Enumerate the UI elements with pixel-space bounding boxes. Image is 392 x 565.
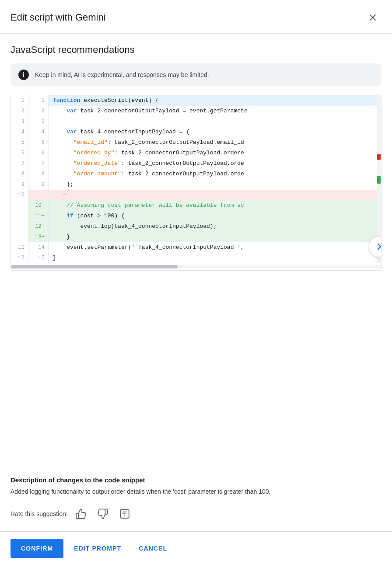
code-line-added: event.log(task_4_connectorInputPayload); — [49, 221, 377, 232]
horizontal-scrollbar[interactable] — [11, 265, 381, 269]
info-icon: i — [18, 70, 29, 80]
code-line: "order_amount": task_2_connectorOutputPa… — [49, 169, 377, 179]
dialog-body: JavaScript recommendations i Keep in min… — [0, 34, 392, 469]
cancel-button[interactable]: CANCEL — [132, 539, 174, 558]
thumbs-down-button[interactable] — [94, 505, 112, 523]
edit-prompt-button[interactable]: EDIT PROMPT — [67, 539, 128, 558]
info-banner: i Keep in mind, AI is experimental, and … — [10, 63, 382, 86]
scrollbar-thumb — [11, 265, 178, 269]
flag-button[interactable] — [116, 505, 133, 523]
dialog-title: Edit script with Gemini — [10, 12, 106, 23]
flag-icon — [119, 508, 130, 520]
rating-section: Rate this suggestion: — [0, 496, 392, 531]
dialog: Edit script with Gemini JavaScript recom… — [0, 0, 392, 565]
code-container: 1 2 3 4 5 6 7 8 9 10 11 — [10, 95, 382, 271]
description-section: Description of changes to the code snipp… — [0, 469, 392, 496]
close-icon — [368, 12, 378, 23]
thumbs-up-button[interactable] — [72, 505, 90, 523]
line-numbers-right: 1 2 3 4 5 6 7 8 9 10+ 11+ 12+ 13+ — [28, 95, 49, 263]
description-title: Description of changes to the code snipp… — [10, 476, 382, 484]
code-area-wrapper: 1 2 3 4 5 6 7 8 9 10 11 — [10, 95, 382, 271]
code-line: var task_4_connectorInputPayload = { — [49, 127, 377, 137]
code-line-added: } — [49, 232, 377, 242]
description-text: Added logging functionality to output or… — [10, 487, 382, 496]
scrollbar-added-indicator — [377, 176, 381, 184]
code-line-removed: — — [49, 190, 377, 200]
code-line: var task_2_connectorOutputPayload = even… — [49, 106, 377, 116]
code-diff: 1 2 3 4 5 6 7 8 9 10 11 — [11, 95, 381, 263]
code-line: } — [49, 253, 377, 263]
dialog-header: Edit script with Gemini — [0, 0, 392, 34]
code-line: }; — [49, 179, 377, 190]
chevron-right-icon — [375, 242, 382, 251]
line-numbers-left: 1 2 3 4 5 6 7 8 9 10 11 — [11, 95, 28, 263]
code-line — [49, 116, 377, 127]
confirm-button[interactable]: CONFIRM — [10, 539, 63, 558]
close-button[interactable] — [364, 9, 382, 26]
dialog-footer: CONFIRM EDIT PROMPT CANCEL — [0, 531, 392, 565]
code-line: function executeScript(event) { — [49, 95, 377, 106]
code-lines: function executeScript(event) { var task… — [49, 95, 377, 263]
thumbs-down-icon — [97, 508, 108, 520]
code-line-added: if (cost > 100) { — [49, 211, 377, 221]
scrollbar-removed-indicator — [377, 154, 381, 160]
thumbs-up-icon — [75, 508, 87, 520]
info-text: Keep in mind, AI is experimental, and re… — [35, 71, 209, 78]
svg-point-1 — [124, 515, 125, 516]
code-line: event.setParameter('`Task_4_connectorInp… — [49, 242, 377, 253]
rating-label: Rate this suggestion: — [10, 510, 68, 517]
code-line: "ordered_date": task_2_connectorOutputPa… — [49, 158, 377, 169]
code-line-added: // Assuming cost parameter will be avail… — [49, 200, 377, 211]
code-line: "ordered_by": task_2_connectorOutputPayl… — [49, 148, 377, 158]
code-line: "email_id": task_2_connectorOutputPayloa… — [49, 137, 377, 148]
section-title: JavaScript recommendations — [10, 44, 382, 56]
